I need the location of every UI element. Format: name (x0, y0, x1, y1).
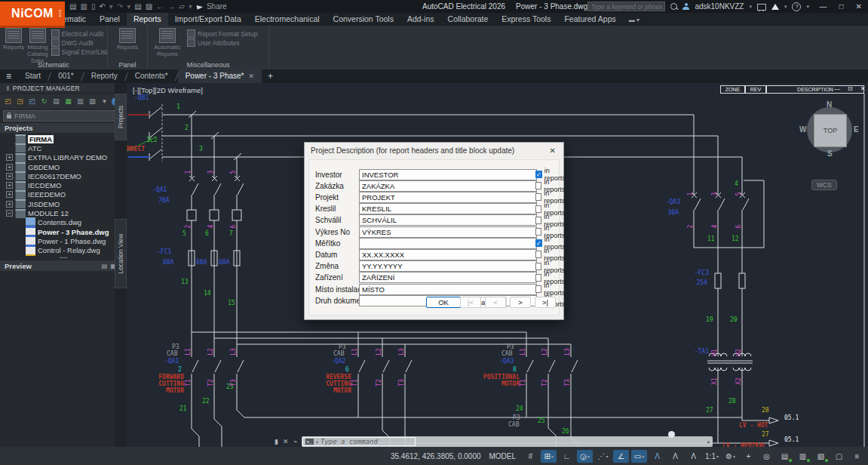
viewcube-north[interactable]: N (827, 100, 832, 109)
markup-icon[interactable]: ▱ (179, 3, 185, 11)
dialog-title-bar[interactable]: Project Description (for report headers … (305, 143, 563, 158)
plot-icon[interactable]: ▤ (69, 3, 76, 11)
field-input-zm-na[interactable] (359, 260, 537, 272)
help-caret-icon[interactable]: ▾ (806, 4, 809, 10)
field-input-kreslil[interactable] (359, 203, 537, 214)
caret-icon[interactable]: ▾ (551, 454, 554, 459)
ribbon-tab-collaborate[interactable]: Collaborate (441, 13, 495, 26)
electrical-audit-button[interactable]: Electrical Audit (51, 29, 107, 38)
toolbar-caret[interactable]: ▾ (100, 97, 109, 106)
tree-item-contents-dwg[interactable]: Contents.dwg (0, 218, 127, 227)
checkbox-unchecked-icon[interactable] (535, 251, 541, 258)
checkbox-unchecked-icon[interactable] (535, 217, 541, 224)
project-selector[interactable]: FIRMA ▾ (3, 110, 124, 122)
redo-icon[interactable]: ↷ (117, 3, 123, 11)
command-close-icon[interactable]: ✕ (283, 438, 289, 445)
plot-icon[interactable]: ▥ (795, 450, 811, 463)
customize-wrench-icon[interactable]: ⌁ (293, 438, 298, 446)
osnap-tracking-icon[interactable]: ∠ (613, 450, 629, 463)
close-button[interactable]: ✕ (856, 2, 862, 11)
open-icon[interactable]: ▨ (146, 3, 152, 11)
dwg-audit-button[interactable]: DWG Audit (51, 38, 107, 47)
tree-item-power-3-phase-dwg[interactable]: Power - 3 Phase.dwg (0, 227, 127, 236)
expand-icon[interactable]: + (6, 164, 13, 171)
ribbon-tab-import-export-data[interactable]: Import/Export Data (168, 13, 248, 26)
field-input-m-tko[interactable] (359, 238, 537, 249)
viewcube-west[interactable]: W (799, 125, 806, 134)
ribbon-tab-electromechanical[interactable]: Electromechanical (248, 13, 327, 26)
tree-item-firma[interactable]: FIRMA (0, 134, 127, 143)
tree-item-extra-library-demo[interactable]: +EXTRA LIBRARY DEMO (0, 153, 127, 162)
grid-icon[interactable]: # (523, 450, 538, 463)
tree-item-module-12[interactable]: −MODULE 12 (0, 208, 127, 217)
search-input[interactable] (587, 2, 665, 11)
scale-value[interactable]: 1:1▾ (704, 450, 720, 463)
drawing-restore-button[interactable]: ⊡ (848, 85, 853, 92)
side-tab-projects[interactable]: Projects (115, 94, 127, 140)
user-name[interactable]: adsk10NKVZZ (695, 2, 744, 11)
tree-item-power-1-phase-dwg[interactable]: Power - 1 Phase.dwg (0, 236, 127, 245)
caret-icon[interactable]: ▾ (606, 454, 609, 459)
plot-project-icon[interactable]: ▦ (63, 97, 73, 106)
field-input-projekt[interactable] (359, 192, 537, 203)
group-label-schematic[interactable]: Schematic (0, 61, 107, 69)
print-icon[interactable]: ▤ (134, 3, 141, 11)
checkbox-unchecked-icon[interactable] (535, 285, 541, 293)
store-cart-icon[interactable] (757, 4, 766, 11)
isodraft-icon[interactable]: ⋰▾ (595, 450, 611, 463)
checkbox-unchecked-icon[interactable] (535, 274, 541, 282)
drawing-minimize-button[interactable]: — (834, 85, 840, 92)
tree-item-jisdemo[interactable]: +JISDEMO (0, 199, 127, 208)
checkbox-checked-icon[interactable]: ✓ (535, 171, 542, 178)
new-project-icon[interactable]: ◰ (3, 97, 13, 106)
open-project-icon[interactable]: ◳ (15, 97, 25, 106)
group-label-panel[interactable]: Panel (108, 61, 147, 69)
tree-item-iec60617demo[interactable]: +IEC60617DEMO (0, 171, 127, 180)
search-icon[interactable] (670, 3, 677, 10)
nav-button-3[interactable]: >| (535, 297, 556, 308)
ribbon-tab-add-ins[interactable]: Add-ins (400, 13, 441, 26)
command-history-icon[interactable]: ▴ (707, 439, 710, 445)
command-icon[interactable]: ▸_ (305, 439, 314, 445)
preview-section-header[interactable]: Preview ▤ ▦ ▾ (0, 260, 127, 271)
file-tab-reporty[interactable]: Reporty (84, 69, 125, 83)
checkbox-unchecked-icon[interactable] (535, 182, 541, 189)
field-input-zak-zka[interactable] (359, 180, 537, 192)
polar-tracking-icon[interactable]: ◶▾ (577, 450, 593, 463)
annotation-scale-icon[interactable]: Λ (686, 450, 701, 463)
copy-project-icon[interactable]: ▥ (75, 97, 85, 106)
caret-icon[interactable]: ▾ (642, 454, 644, 459)
autodesk-logo-icon[interactable] (771, 4, 779, 10)
share-button[interactable]: Share (192, 3, 227, 11)
ribbon-tab-express-tools[interactable]: Express Tools (495, 13, 557, 26)
viewcube-south[interactable]: S (827, 149, 833, 158)
crosshair-icon[interactable]: + (741, 450, 756, 463)
field-input-schv-lil[interactable] (359, 214, 537, 226)
expand-icon[interactable]: + (6, 191, 13, 198)
reports-button[interactable]: Reports (3, 28, 24, 51)
user-caret-icon[interactable]: ▾ (749, 4, 752, 10)
publish-icon[interactable]: ▧ (813, 450, 829, 463)
command-bar[interactable]: ▸_ ▾ Type a command ▴ (302, 436, 713, 447)
workspace-gear-icon[interactable]: ⚙▾ (722, 450, 738, 463)
ribbon-tab-panel[interactable]: Panel (93, 13, 127, 26)
ribbon-tab-conversion-tools[interactable]: Conversion Tools (327, 13, 400, 26)
ok-button[interactable]: OK (426, 297, 461, 308)
sheet-set-icon[interactable]: ▥ (80, 3, 87, 11)
customization-icon[interactable]: ≡ (849, 450, 865, 463)
automatic-reports-button[interactable]: Automatic Reports (151, 28, 184, 57)
field-input-datum[interactable] (359, 249, 537, 260)
field-input-m-sto-instalace[interactable] (359, 284, 537, 295)
new-drawing-tab-button[interactable]: + (262, 71, 279, 82)
undo-icon[interactable]: ↶ (99, 3, 105, 11)
missing-catalog-data-button[interactable]: Missing Catalog Data (27, 28, 48, 64)
publish-icon[interactable]: ▧ (87, 97, 97, 106)
drawing-close-button[interactable]: ✕ (860, 85, 866, 92)
group-label-miscellaneous[interactable]: Miscellaneous (148, 61, 268, 69)
model-space-button[interactable]: MODEL (489, 452, 517, 460)
refresh-icon[interactable]: ↻ (39, 97, 49, 106)
field-input-investor[interactable] (359, 169, 537, 180)
search-expand-icon[interactable]: ▸ (580, 4, 583, 10)
dialog-close-icon[interactable]: ✕ (548, 146, 557, 155)
projects-section-header[interactable]: Projects ▾ (0, 123, 127, 133)
